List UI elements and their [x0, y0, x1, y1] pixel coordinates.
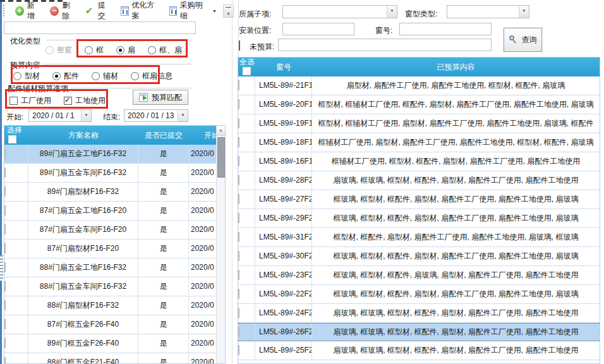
row-checkbox[interactable]: [4, 281, 6, 291]
add-button[interactable]: 新增: [11, 0, 46, 23]
radio-option[interactable]: 扇: [116, 45, 135, 56]
plan-table-row[interactable]: 87#门扇五金工地F16-F20 是 2020/0: [4, 202, 225, 221]
purchase-detail-button[interactable]: 采购明细: [165, 0, 221, 23]
plan-table-row[interactable]: 88#门扇五金车间F16-F32 是 2020/0: [4, 277, 225, 296]
panel-collapse-grip[interactable]: [0, 255, 3, 281]
window-table-row[interactable]: LM5L-89#-19F17 框型材, 框辅材工厂使用, 扇型材, 扇配件工厂使…: [238, 114, 600, 133]
plan-table-row[interactable]: 88#门扇型材F16-F32 是 2020/0: [4, 296, 225, 315]
dropdown-arrow-icon[interactable]: [81, 110, 91, 121]
row-checkbox[interactable]: [238, 308, 239, 318]
row-checkbox[interactable]: [4, 167, 6, 178]
row-checkbox[interactable]: [238, 175, 239, 185]
row-checkbox[interactable]: [238, 194, 239, 204]
row-checkbox[interactable]: [238, 289, 239, 299]
no-budget-input[interactable]: [278, 39, 492, 51]
date-end-value: 2020 / 01 / 13: [124, 111, 178, 120]
row-checkbox[interactable]: [238, 327, 239, 337]
row-checkbox[interactable]: [4, 319, 6, 329]
plan-table-scrollbar[interactable]: [216, 126, 225, 364]
radio-option[interactable]: 配件: [52, 71, 79, 82]
window-table-row[interactable]: LM5L-89#-24F22 扇玻璃, 框玻璃, 框型材, 框配件, 扇型材, …: [238, 304, 600, 323]
usage-checkbox[interactable]: 工厂使用: [9, 95, 51, 106]
scroll-up-arrow-icon[interactable]: [217, 126, 225, 136]
window-table-row[interactable]: LM5L-89#-22F20 框玻璃, 框型材, 框配件, 扇型材, 扇配件工厂…: [238, 285, 600, 304]
plan-table-row[interactable]: 88#门扇五金工地F16-F32 是 2020/0: [4, 258, 225, 277]
window-type-combobox[interactable]: [447, 5, 529, 18]
plan-table-row[interactable]: 88#门框五金F21-F40 是 2020/0: [4, 353, 225, 364]
row-checkbox[interactable]: [4, 357, 6, 364]
plan-table-row[interactable]: 89#门扇五金车间F16-F32 是 2020/0: [4, 164, 225, 183]
window-table-row[interactable]: LM5L-89#-26F24 扇玻璃, 框玻璃, 框型材, 框配件, 扇型材, …: [238, 323, 600, 341]
window-table-row[interactable]: LM5L-89#-30F28 框玻璃, 框型材, 框配件, 扇型材, 扇配件工厂…: [238, 247, 600, 266]
window-table-row[interactable]: LM5L-89#-23F21 框玻璃, 框型材, 框配件, 扇玻璃, 扇型材, …: [238, 266, 600, 285]
date-end-picker[interactable]: 2020 / 01 / 13: [124, 109, 188, 122]
window-table-row[interactable]: LM5L-89#-29F27 框玻璃, 框型材, 框配件, 扇型材, 扇配件工厂…: [238, 209, 600, 228]
row-checkbox[interactable]: [238, 232, 239, 242]
start-column-header[interactable]: 开始: [189, 126, 217, 145]
select-all-plans-checkbox[interactable]: [8, 135, 16, 143]
row-checkbox[interactable]: [238, 80, 239, 90]
plan-table-row[interactable]: 89#门框五金F26-F40 是 2020/0: [4, 334, 225, 353]
toolbar-overflow-button[interactable]: [223, 4, 234, 18]
optimize-plan-button[interactable]: 优化方案: [116, 0, 164, 23]
no-budget-checkbox[interactable]: [239, 40, 240, 51]
date-start-picker[interactable]: 2020 / 01 / 1: [28, 109, 92, 122]
usage-checkbox[interactable]: 工地使用: [64, 95, 106, 106]
row-checkbox[interactable]: [4, 149, 6, 159]
radio-option[interactable]: 辅材: [92, 71, 118, 82]
plan-table-row[interactable]: 87#门扇型材F16-F20 是 2020/0: [4, 240, 225, 258]
row-checkbox[interactable]: [238, 251, 239, 261]
plan-name-column-header[interactable]: 方案名称: [28, 126, 138, 145]
scrollbar-thumb[interactable]: [217, 137, 225, 178]
radio-option[interactable]: 型材: [13, 71, 40, 82]
sub-item-combobox[interactable]: [282, 5, 397, 18]
query-button[interactable]: 查询: [504, 28, 542, 52]
row-checkbox[interactable]: [238, 213, 239, 223]
dropdown-arrow-icon[interactable]: [387, 6, 397, 18]
row-checkbox[interactable]: [4, 205, 6, 215]
window-table-row[interactable]: LM5L-89#-25F23 扇玻璃, 框玻璃, 框型材, 框配件, 扇型材, …: [238, 341, 600, 360]
submit-button[interactable]: 提交: [81, 0, 116, 23]
row-checkbox[interactable]: [4, 262, 6, 272]
budgeted-column-header[interactable]: 已预算内容: [312, 58, 600, 76]
row-checkbox[interactable]: [4, 186, 6, 197]
row-checkbox[interactable]: [4, 243, 6, 253]
row-checkbox[interactable]: [238, 118, 239, 128]
chevron-down-icon[interactable]: [212, 8, 217, 14]
row-checkbox[interactable]: [4, 300, 6, 310]
window-no-input[interactable]: [399, 23, 492, 35]
radio-option[interactable]: 整窗: [45, 45, 72, 56]
row-checkbox[interactable]: [4, 338, 6, 348]
window-no-column-header[interactable]: 窗号: [255, 58, 312, 76]
submitted-column-header[interactable]: 是否已提交: [138, 126, 189, 145]
budget-match-button[interactable]: 预算匹配: [133, 90, 188, 105]
plan-table-row[interactable]: 87#门扇五金车间F16-F20 是 2020/0: [4, 221, 225, 240]
window-table-row[interactable]: LM5L-89#-18F16 框辅材工厂使用, 扇型材, 扇配件工厂使用, 扇配…: [238, 133, 600, 152]
plan-table-row[interactable]: 89#门扇型材F16-F32 是 2020/0: [4, 183, 225, 202]
row-checkbox[interactable]: [238, 137, 239, 147]
dropdown-arrow-icon[interactable]: [519, 6, 529, 18]
toolbar-grip[interactable]: [3, 5, 7, 16]
select-all-windows-checkbox[interactable]: [243, 67, 251, 75]
window-table-row[interactable]: LM5L-89#-21F19 扇型材, 扇配件工厂使用, 扇配件工地使用, 框型…: [238, 76, 600, 95]
window-table-row[interactable]: LM5L-89#-31F29 框型材, 框配件, 扇型材, 扇配件工厂使用, 扇…: [238, 228, 600, 247]
plan-table-row[interactable]: 89#门扇五金工地F16-F32 是 2020/0: [4, 145, 225, 164]
delete-button[interactable]: 删除: [45, 0, 81, 23]
radio-option[interactable]: 框: [85, 45, 104, 56]
plan-filter-input[interactable]: [4, 21, 196, 34]
row-checkbox[interactable]: [4, 224, 6, 234]
dropdown-arrow-icon[interactable]: [178, 110, 188, 121]
row-checkbox[interactable]: [238, 99, 239, 109]
no-budget-label: 未预算:: [250, 42, 274, 52]
install-position-input[interactable]: [282, 23, 354, 35]
window-table-row[interactable]: LM5L-89#-20F18 框型材, 框辅材工厂使用, 框配件, 扇型材, 扇…: [238, 95, 600, 114]
window-table-row[interactable]: LM5L-89#-16F15 框辅材工厂使用, 框型材, 框配件, 扇型材, 扇…: [238, 152, 600, 171]
window-table-row[interactable]: LM5L-89#-28F26 扇玻璃, 框玻璃, 框型材, 框配件, 扇型材, …: [238, 171, 600, 190]
row-checkbox[interactable]: [238, 156, 239, 166]
row-checkbox[interactable]: [238, 345, 239, 355]
window-table-row[interactable]: LM5L-89#-27F25 框玻璃, 框型材, 框配件, 扇型材, 扇配件工厂…: [238, 190, 600, 209]
radio-option[interactable]: 框、扇: [148, 45, 182, 56]
radio-option[interactable]: 框扇信息: [131, 71, 172, 82]
plan-table-row[interactable]: 87#门框五金F26-F40 是 2020/0: [4, 315, 225, 334]
row-checkbox[interactable]: [238, 270, 239, 280]
